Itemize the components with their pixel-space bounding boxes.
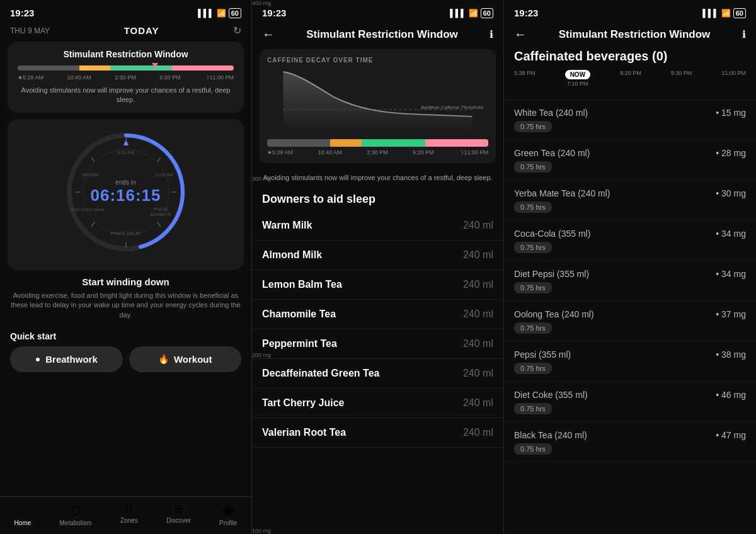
zones-icon: ⠿	[125, 502, 133, 516]
tl-seg-gray	[18, 65, 79, 71]
p1-date: THU 9 MAY	[10, 26, 50, 35]
downer-name-2: Lemon Balm Tea	[262, 279, 342, 290]
bev-coca-cola[interactable]: Coca-Cola (355 ml) • 34 mg 0.75 hrs	[504, 221, 756, 261]
bev-mg-8: • 47 mg	[716, 430, 746, 440]
bev-name-6: Pepsi (355 ml)	[514, 349, 571, 360]
bev-pepsi[interactable]: Pepsi (355 ml) • 38 mg 0.75 hrs	[504, 342, 756, 382]
nav-discover[interactable]: ⊞ Discover	[166, 502, 191, 526]
info-button-2[interactable]: ℹ	[490, 28, 493, 40]
breathwork-icon: ●	[35, 354, 40, 364]
bev-mg-7: • 46 mg	[716, 390, 746, 400]
y-label-3: 100 mg	[252, 528, 271, 534]
chart-section: CAFFEINE DECAY OVER TIME 400 mg 300 mg 2…	[260, 49, 496, 163]
metabolism-icon: ⊙	[70, 502, 81, 518]
downer-name-3: Chamomile Tea	[262, 309, 336, 320]
downer-chamomile[interactable]: Chamomile Tea 240 ml	[252, 300, 503, 329]
bev-mg-3: • 34 mg	[716, 229, 746, 239]
bev-pill-6: 0.75 hrs	[514, 363, 552, 374]
workout-button[interactable]: 🔥 Workout	[129, 346, 242, 372]
nav-discover-label: Discover	[166, 517, 191, 524]
nav-metabolism[interactable]: ⊙ Metabolism	[60, 502, 92, 526]
panel-1: 19:23 ▌▌▌ 📶 60 THU 9 MAY TODAY ↻ Stimula…	[0, 0, 252, 534]
bev-name-1: Green Tea (240 ml)	[514, 148, 590, 158]
nav-zones-label: Zones	[120, 517, 138, 524]
p2-title: Stimulant Restriction Window	[275, 28, 490, 41]
downer-name-5: Decaffeinated Green Tea	[262, 368, 379, 379]
svg-text:PHASE: PHASE	[153, 207, 168, 212]
back-button-3[interactable]: ←	[514, 27, 527, 42]
chart-tl-orange	[330, 139, 362, 147]
p1-refresh-icon[interactable]: ↻	[233, 25, 241, 37]
bedtime-label: Bedtime Caffeine Threshold	[421, 105, 483, 110]
breathwork-button[interactable]: ● Breathwork	[10, 346, 123, 372]
downer-valerian[interactable]: Valerian Root Tea 240 ml	[252, 418, 503, 448]
bev-pill-5: 0.75 hrs	[514, 322, 552, 334]
bev-name-0: White Tea (240 ml)	[514, 108, 588, 118]
downer-name-6: Tart Cherry Juice	[262, 397, 344, 409]
bev-yerba-mate[interactable]: Yerba Mate Tea (240 ml) • 30 mg 0.75 hrs	[504, 181, 756, 221]
p3-tl-4: 11:00 PM	[721, 70, 746, 87]
p3-title: Stimulant Restriction Window	[527, 28, 742, 41]
bev-name-8: Black Tea (240 ml)	[514, 430, 587, 440]
bev-diet-coke[interactable]: Diet Coke (355 ml) • 46 mg 0.75 hrs	[504, 382, 756, 423]
info-button-3[interactable]: ℹ	[742, 28, 746, 40]
p1-header: THU 9 MAY TODAY ↻	[0, 22, 251, 42]
p3-header: ← Stimulant Restriction Window ℹ Caffein…	[504, 22, 756, 100]
p3-nav: ← Stimulant Restriction Window ℹ	[514, 27, 746, 42]
downer-peppermint[interactable]: Peppermint Tea 240 ml	[252, 329, 503, 359]
downer-tart-cherry[interactable]: Tart Cherry Juice 240 ml	[252, 389, 503, 418]
chart-tl-gray	[267, 139, 330, 147]
bev-pill-7: 0.75 hrs	[514, 403, 552, 414]
svg-text:12:00 AM: 12:00 AM	[154, 173, 173, 177]
bev-list: White Tea (240 ml) • 15 mg 0.75 hrs Gree…	[504, 100, 756, 534]
battery-indicator-3: 60	[733, 8, 746, 18]
bottom-nav-1: ○ Home ⊙ Metabolism ⠿ Zones ⊞ Discover ◉…	[0, 496, 251, 534]
wifi-icon-3: 📶	[721, 9, 731, 18]
winding-down: Start winding down Avoiding exercise, fo…	[8, 276, 244, 320]
caffeinated-title: Caffeinated beverages (0)	[514, 49, 746, 64]
bev-white-tea[interactable]: White Tea (240 ml) • 15 mg 0.75 hrs	[504, 100, 756, 140]
bev-pill-1: 0.75 hrs	[514, 161, 552, 173]
nav-home[interactable]: ○ Home	[14, 502, 32, 526]
home-icon: ○	[18, 502, 26, 518]
bev-black-tea[interactable]: Black Tea (240 ml) • 47 mg 0.75 hrs	[504, 423, 756, 463]
stimulant-card[interactable]: Stimulant Restriction Window ★5:29 AM 10…	[8, 42, 244, 113]
profile-icon: ◉	[222, 502, 234, 518]
chart-labels-row: ★5:29 AM 10:40 AM 2:30 PM 6:20 PM ☽11:00…	[267, 149, 488, 156]
chart-tl-green	[362, 139, 425, 147]
p3-tl-1: 7:10 PM	[567, 81, 588, 87]
quick-start: Quick start ● Breathwork 🔥 Workout	[0, 326, 251, 377]
nav-zones[interactable]: ⠿ Zones	[120, 502, 138, 526]
tl-label-3: 6:20 PM	[159, 74, 181, 81]
bev-oolong[interactable]: Oolong Tea (240 ml) • 37 mg 0.75 hrs	[504, 302, 756, 342]
downer-decaf-green[interactable]: Decaffeinated Green Tea 240 ml	[252, 359, 503, 389]
nav-home-label: Home	[14, 520, 32, 526]
downer-name-1: Almond Milk	[262, 249, 322, 261]
bev-green-tea[interactable]: Green Tea (240 ml) • 28 mg 0.75 hrs	[504, 140, 756, 181]
tl-label-0: ★5:29 AM	[18, 74, 43, 81]
chart-tl-label-3: 6:20 PM	[413, 149, 434, 156]
downer-lemon-balm[interactable]: Lemon Balm Tea 240 ml	[252, 270, 503, 300]
bev-diet-pepsi[interactable]: Diet Pepsi (355 ml) • 34 mg 0.75 hrs	[504, 261, 756, 302]
y-label-2: 200 mg	[252, 352, 271, 358]
chart-area: Bedtime Caffeine Threshold	[267, 69, 488, 134]
bev-pill-4: 0.75 hrs	[514, 282, 552, 293]
downer-amount-4: 240 ml	[463, 338, 493, 349]
discover-icon: ⊞	[174, 502, 183, 516]
tl-seg-orange	[79, 65, 110, 71]
svg-text:MINIMA: MINIMA	[83, 173, 99, 177]
svg-line-16	[91, 222, 94, 227]
nav-profile[interactable]: ◉ Profile	[219, 502, 237, 526]
downer-amount-6: 240 ml	[463, 397, 493, 409]
p2-nav: ← Stimulant Restriction Window ℹ	[252, 22, 503, 49]
downer-warm-milk[interactable]: Warm Milk 240 ml	[252, 211, 503, 241]
downer-amount-0: 240 ml	[463, 220, 493, 231]
bev-mg-1: • 28 mg	[716, 148, 746, 158]
downer-almond-milk[interactable]: Almond Milk 240 ml	[252, 241, 503, 270]
downer-name-7: Valerian Root Tea	[262, 427, 346, 438]
bev-mg-0: • 15 mg	[716, 108, 746, 118]
panel-2: 19:23 ▌▌▌ 📶 60 ← Stimulant Restriction W…	[252, 0, 504, 534]
signal-icon: ▌▌▌	[198, 9, 214, 18]
qs-buttons: ● Breathwork 🔥 Workout	[10, 346, 241, 372]
y-label-0: 400 mg	[252, 0, 271, 6]
